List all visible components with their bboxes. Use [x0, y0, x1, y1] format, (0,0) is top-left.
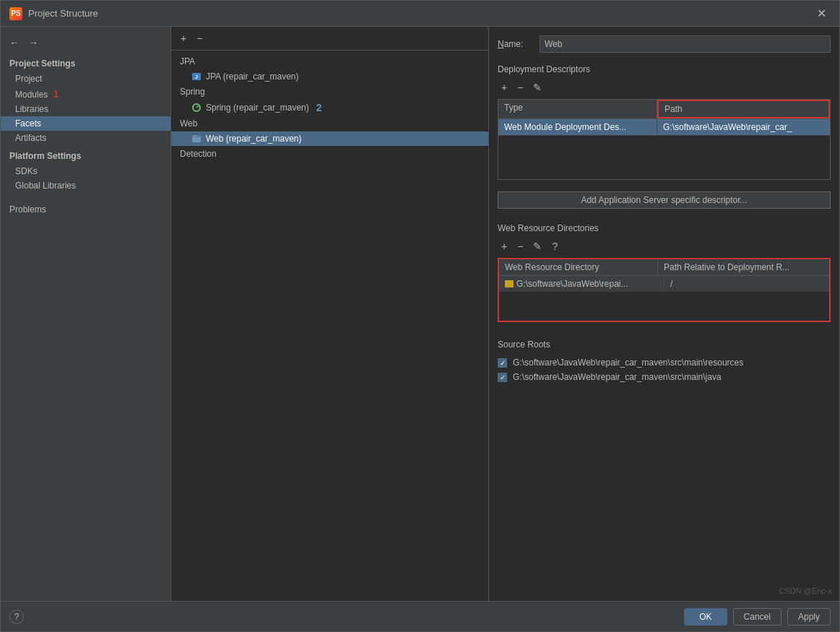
sidebar-item-facets[interactable]: Facets	[1, 116, 170, 131]
deployment-table-container: Type Path Web Module Deployment Des... G…	[498, 99, 831, 180]
source-root-label-0: G:\software\JavaWeb\repair_car_maven\src…	[513, 358, 743, 368]
center-toolbar: + −	[171, 27, 488, 51]
web-resource-dir-cell: G:\software\JavaWeb\repai...	[499, 276, 664, 292]
cancel-button[interactable]: Cancel	[733, 608, 781, 625]
title-bar: PS Project Structure ✕	[1, 1, 839, 27]
web-item[interactable]: Web (repair_car_maven)	[171, 131, 488, 146]
back-button[interactable]: ←	[7, 35, 22, 50]
help-button[interactable]: ?	[9, 610, 24, 624]
web-icon	[191, 134, 202, 144]
sidebar-item-global-libraries[interactable]: Global Libraries	[1, 178, 170, 193]
forward-button[interactable]: →	[25, 35, 41, 50]
sidebar-item-modules-label: Modules	[15, 90, 48, 100]
spring-icon	[191, 103, 202, 113]
web-item-label: Web (repair_car_maven)	[206, 134, 302, 144]
add-deployment-button[interactable]: +	[498, 80, 511, 95]
add-descriptor-button[interactable]: Add Application Server specific descript…	[498, 191, 831, 209]
web-resource-col-path: Path Relative to Deployment R...	[658, 259, 829, 275]
web-resource-table-header: Web Resource Directory Path Relative to …	[499, 259, 829, 276]
source-roots-title: Source Roots	[498, 339, 831, 350]
edit-web-resource-button[interactable]: ✎	[529, 239, 545, 254]
ok-button[interactable]: OK	[684, 608, 727, 625]
sidebar-item-modules[interactable]: Modules 1	[1, 86, 170, 102]
help-web-resource-button[interactable]: ?	[548, 239, 561, 254]
close-button[interactable]: ✕	[813, 5, 831, 22]
jpa-group-label: JPA	[171, 53, 488, 69]
sidebar-item-project-label: Project	[15, 74, 42, 84]
folder-icon	[505, 280, 514, 287]
watermark: CSDN @Eric-x	[779, 586, 833, 595]
spring-badge: 2	[316, 102, 322, 113]
remove-deployment-button[interactable]: −	[514, 80, 527, 95]
app-icon: PS	[9, 7, 22, 20]
source-roots-section: Source Roots ✓ G:\software\JavaWeb\repai…	[498, 339, 831, 384]
spring-item-label: Spring (repair_car_maven)	[206, 103, 309, 113]
remove-web-resource-button[interactable]: −	[514, 239, 527, 254]
deployment-col-path: Path	[657, 100, 830, 118]
web-resource-table-row[interactable]: G:\software\JavaWeb\repai... /	[499, 276, 829, 292]
source-root-checkbox-0[interactable]: ✓	[498, 358, 507, 368]
nav-toolbar: ← →	[1, 33, 170, 56]
dialog-title: Project Structure	[28, 8, 98, 19]
name-field-row: Name:	[498, 35, 831, 53]
web-group-label: Web	[171, 116, 488, 131]
jpa-item[interactable]: J JPA (repair_car_maven)	[171, 69, 488, 84]
add-facet-button[interactable]: +	[177, 31, 190, 46]
project-structure-dialog: PS Project Structure ✕ ← → Project Setti…	[0, 0, 840, 632]
jpa-item-label: JPA (repair_car_maven)	[206, 72, 299, 82]
edit-deployment-button[interactable]: ✎	[529, 80, 545, 95]
jpa-icon: J	[191, 72, 202, 82]
web-resource-table-container: Web Resource Directory Path Relative to …	[498, 258, 831, 322]
deployment-cell-type: Web Module Deployment Des...	[498, 119, 657, 135]
sidebar-item-project[interactable]: Project	[1, 72, 170, 86]
svg-text:J: J	[195, 74, 198, 79]
sidebar-item-artifacts-label: Artifacts	[15, 133, 46, 143]
bottom-bar: ? OK Cancel Apply	[1, 601, 839, 631]
source-root-row-1[interactable]: ✓ G:\software\JavaWeb\repair_car_maven\s…	[498, 370, 831, 384]
svg-point-5	[193, 136, 194, 137]
sidebar-item-artifacts[interactable]: Artifacts	[1, 131, 170, 145]
project-settings-section: Project Settings	[1, 56, 170, 72]
source-root-row-0[interactable]: ✓ G:\software\JavaWeb\repair_car_maven\s…	[498, 355, 831, 370]
deployment-table-row[interactable]: Web Module Deployment Des... G:\software…	[498, 119, 830, 136]
footer-buttons: OK Cancel Apply	[684, 608, 831, 625]
web-resource-section: Web Resource Directories + − ✎ ? Web Res…	[498, 223, 831, 328]
modules-badge: 1	[53, 88, 59, 100]
main-content: ← → Project Settings Project Modules 1 L…	[1, 27, 839, 601]
deployment-col-type: Type	[498, 100, 657, 118]
svg-point-7	[196, 136, 198, 137]
web-resource-col-dir: Web Resource Directory	[499, 259, 658, 275]
name-label: Name:	[498, 39, 534, 49]
apply-button[interactable]: Apply	[787, 608, 831, 625]
deployment-toolbar: + − ✎	[498, 80, 831, 95]
platform-settings-section: Platform Settings	[1, 145, 170, 164]
sidebar-item-sdks[interactable]: SDKs	[1, 164, 170, 178]
sidebar-item-libraries-label: Libraries	[15, 104, 48, 114]
sidebar-item-facets-label: Facets	[15, 118, 41, 129]
problems-label: Problems	[9, 204, 46, 215]
web-resource-title: Web Resource Directories	[498, 223, 831, 233]
right-panel: Name: Deployment Descriptors + − ✎ Type …	[489, 27, 839, 601]
sidebar: ← → Project Settings Project Modules 1 L…	[1, 27, 171, 601]
sidebar-item-problems[interactable]: Problems	[1, 199, 170, 220]
title-bar-left: PS Project Structure	[9, 7, 98, 20]
spring-item[interactable]: Spring (repair_car_maven) 2	[171, 100, 488, 116]
deployment-table-header: Type Path	[498, 100, 830, 119]
deployment-cell-path: G:\software\JavaWeb\repair_car_	[657, 119, 830, 135]
facets-tree: JPA J JPA (repair_car_maven) Spring	[171, 51, 488, 601]
source-root-checkbox-1[interactable]: ✓	[498, 373, 507, 382]
web-resource-dir-label: G:\software\JavaWeb\repai...	[516, 279, 628, 289]
detection-label: Detection	[171, 146, 488, 162]
source-root-label-1: G:\software\JavaWeb\repair_car_maven\src…	[513, 372, 722, 382]
spring-group-label: Spring	[171, 84, 488, 100]
remove-facet-button[interactable]: −	[193, 31, 206, 46]
add-web-resource-button[interactable]: +	[498, 239, 511, 254]
sidebar-item-libraries[interactable]: Libraries	[1, 102, 170, 116]
web-resource-path-cell: /	[664, 276, 829, 292]
deployment-descriptors-title: Deployment Descriptors	[498, 64, 831, 74]
web-resource-toolbar: + − ✎ ?	[498, 239, 831, 254]
sidebar-item-sdks-label: SDKs	[15, 166, 38, 176]
center-panel: + − JPA J JPA (repair_car_maven) Spr	[171, 27, 489, 601]
name-input[interactable]	[540, 35, 831, 53]
svg-point-6	[195, 136, 196, 137]
